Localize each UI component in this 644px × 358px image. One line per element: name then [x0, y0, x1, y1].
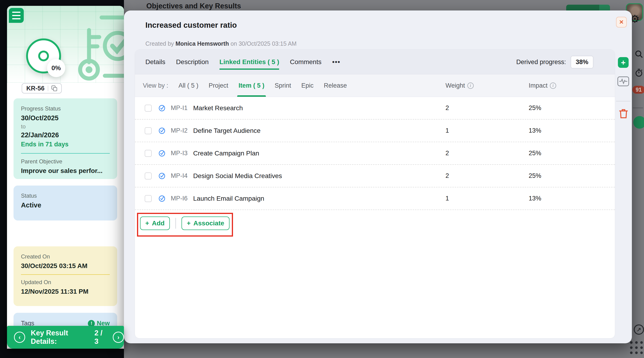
row-checkbox[interactable] [145, 195, 152, 202]
table-row[interactable]: MP-I4 Design Social Media Creatives 2 25… [135, 165, 615, 188]
panel-header-illustration-area [7, 6, 124, 83]
activity-log-button[interactable] [618, 76, 629, 86]
row-id: MP-I4 [171, 172, 188, 180]
parent-objective-label: Parent Objective [21, 158, 110, 165]
work-item-icon [158, 127, 166, 134]
filter-release[interactable]: Release [324, 74, 347, 97]
tab-comments[interactable]: Comments [290, 58, 321, 66]
row-title[interactable]: Launch Email Campaign [193, 195, 264, 202]
linked-entities-panel: Details Description Linked Entities ( 5 … [135, 50, 615, 338]
table-row[interactable]: MP-I2 Define Target Audience 1 13% [135, 120, 615, 142]
next-key-result-button[interactable]: › [113, 332, 124, 343]
key-checklist-illustration [59, 8, 124, 81]
byline-prefix: Created by [146, 40, 176, 47]
filter-all[interactable]: All ( 5 ) [178, 74, 198, 97]
pager-label: Key Result Details: [31, 329, 90, 346]
card-divider [21, 274, 110, 275]
row-checkbox[interactable] [145, 127, 152, 134]
row-id: MP-I1 [171, 104, 188, 112]
donut-inner-ring [38, 50, 49, 61]
copy-link-icon[interactable] [52, 86, 57, 91]
key-result-id: KR-56 [26, 85, 44, 92]
author-name: Monica Hemsworth [176, 40, 229, 47]
work-item-icon [158, 104, 166, 112]
button-divider [176, 218, 176, 229]
trash-icon [618, 108, 628, 119]
associate-button[interactable]: + Associate [182, 216, 230, 230]
grip-dots-icon [630, 341, 644, 355]
associate-button-label: Associate [194, 220, 224, 227]
filter-project[interactable]: Project [209, 74, 228, 97]
status-card: Status Active [14, 186, 117, 220]
column-weight: Weight i [446, 74, 474, 97]
row-title[interactable]: Create Campaign Plan [193, 150, 259, 157]
row-checkbox[interactable] [145, 172, 152, 180]
filter-epic[interactable]: Epic [301, 74, 314, 97]
start-date: 30/Oct/2025 [21, 114, 110, 122]
progress-status-card: Progress Status 30/Oct/2025 to 22/Jan/20… [14, 98, 117, 179]
modal-tabs-bar: Details Description Linked Entities ( 5 … [135, 50, 615, 74]
row-weight: 2 [446, 172, 449, 180]
filter-sprint[interactable]: Sprint [275, 74, 291, 97]
send-feedback-icon: ↗ [634, 324, 644, 335]
to-label: to [21, 123, 110, 130]
search-icon [634, 50, 644, 59]
row-checkbox[interactable] [145, 105, 152, 112]
divider [633, 108, 643, 108]
modal-title: Increased customer ratio [146, 21, 237, 30]
info-icon[interactable]: i [468, 82, 474, 89]
status-label: Status [21, 192, 110, 199]
previous-key-result-button[interactable]: ‹ [14, 332, 25, 343]
row-id: MP-I2 [171, 127, 188, 134]
add-button-label: Add [152, 220, 164, 227]
table-row[interactable]: MP-I1 Market Research 2 25% [135, 97, 615, 120]
info-icon[interactable]: i [550, 82, 556, 89]
view-by-bar: View by : All ( 5 ) Project Item ( 5 ) S… [135, 74, 615, 97]
page-title: Objectives and Key Results [146, 2, 241, 10]
byline-suffix: on 30/Oct/2025 03:15 AM [229, 40, 296, 47]
timer-icon [634, 68, 644, 78]
parent-objective-value[interactable]: Improve our sales perfor... [21, 167, 110, 174]
created-on-label: Created On [21, 253, 110, 260]
plus-icon: + [187, 220, 190, 227]
end-date: 22/Jan/2026 [21, 131, 110, 139]
derived-progress-value[interactable]: 38% [570, 56, 594, 68]
row-title[interactable]: Market Research [193, 104, 243, 112]
pill-divider [48, 86, 48, 91]
row-impact: 25% [529, 150, 541, 157]
view-by-label: View by : [143, 74, 168, 97]
pager-counter: 2 / 3 [94, 329, 107, 346]
table-row[interactable]: MP-I3 Create Campaign Plan 2 25% [135, 142, 615, 165]
rail-divider [616, 101, 630, 102]
work-item-icon [158, 195, 166, 202]
row-weight: 2 [446, 150, 449, 157]
filter-item[interactable]: Item ( 5 ) [238, 74, 264, 97]
impact-header: Impact [529, 82, 548, 89]
derived-progress-label: Derived progress: [516, 58, 566, 66]
dates-card: Created On 30/Oct/2025 03:15 AM Updated … [14, 246, 117, 306]
plus-icon: + [146, 220, 149, 227]
quick-add-button[interactable]: + [618, 57, 628, 68]
pulse-icon [619, 78, 628, 84]
add-button[interactable]: + Add [140, 216, 170, 230]
tab-more-icon[interactable]: ••• [332, 58, 340, 66]
key-result-detail-modal: Increased customer ratio Created by Moni… [124, 10, 632, 343]
hamburger-menu-button[interactable] [9, 8, 24, 23]
progress-status-label: Progress Status [21, 105, 110, 112]
delete-button[interactable] [618, 108, 628, 120]
close-button[interactable]: ✕ [616, 17, 627, 28]
table-row[interactable]: MP-I6 Launch Email Campaign 1 13% [135, 188, 615, 210]
row-impact: 25% [529, 172, 541, 180]
row-title[interactable]: Design Social Media Creatives [193, 172, 282, 180]
modal-byline: Created by Monica Hemsworth on 30/Oct/20… [146, 40, 296, 47]
notification-badge: 91 [632, 86, 644, 94]
row-impact: 25% [529, 104, 541, 112]
row-checkbox[interactable] [145, 150, 152, 157]
tab-details[interactable]: Details [146, 58, 166, 66]
row-title[interactable]: Define Target Audience [193, 127, 260, 134]
derived-progress: Derived progress: 38% [516, 50, 594, 74]
tab-description[interactable]: Description [176, 58, 209, 66]
row-impact: 13% [529, 127, 541, 134]
tab-linked-entities[interactable]: Linked Entities ( 5 ) [220, 58, 279, 70]
floating-action-button [633, 116, 644, 129]
